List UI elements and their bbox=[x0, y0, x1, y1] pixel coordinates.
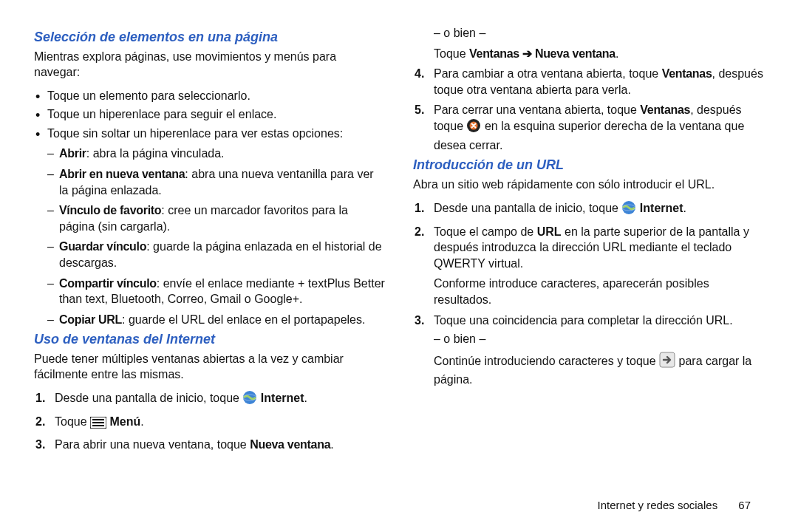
step-bold: Nueva ventana bbox=[250, 438, 330, 451]
ventanas-intro: Puede tener múltiples ventanas abiertas … bbox=[34, 352, 385, 383]
step-or: – o bien – bbox=[434, 331, 764, 347]
seleccion-options: Abrir: abra la página vinculada. Abrir e… bbox=[47, 146, 385, 327]
step-or: – o bien – bbox=[434, 25, 764, 41]
heading-ventanas: Uso de ventanas del Internet bbox=[34, 332, 385, 347]
menu-icon bbox=[90, 417, 106, 433]
step-tail: . bbox=[683, 202, 686, 214]
manual-page: Selección de elementos en una página Mie… bbox=[0, 0, 798, 532]
step-item: Toque una coincidencia para completar la… bbox=[413, 313, 764, 388]
heading-seleccion: Selección de elementos en una página bbox=[34, 30, 385, 45]
url-intro: Abra un sitio web rápidamente con sólo i… bbox=[413, 177, 764, 193]
step-text: Para cambiar a otra ventana abierta, toq… bbox=[434, 67, 662, 80]
bullet-item: Toque un elemento para seleccionarlo. bbox=[34, 88, 385, 104]
step-text: Toque el campo de bbox=[434, 225, 537, 238]
step-text: Toque bbox=[55, 415, 90, 428]
option-label: Copiar URL bbox=[59, 313, 122, 326]
option-text: : abra la página vinculada. bbox=[86, 147, 225, 160]
step-item: Desde una pantalla de inicio, toque Inte… bbox=[413, 200, 764, 219]
option-label: Abrir en nueva ventana bbox=[59, 168, 185, 180]
option-text: : guarde el URL del enlace en el portapa… bbox=[122, 313, 365, 326]
option-item: Compartir vínculo: envíe el enlace media… bbox=[47, 276, 385, 307]
step-tail: . bbox=[304, 392, 307, 404]
step-item: Toque el campo de URL en la parte superi… bbox=[413, 224, 764, 308]
option-item: Copiar URL: guarde el URL del enlace en … bbox=[47, 312, 385, 328]
footer-chapter: Internet y redes sociales bbox=[598, 499, 718, 511]
step-alt-post: . bbox=[615, 47, 618, 60]
page-footer: Internet y redes sociales 67 bbox=[598, 499, 751, 511]
seleccion-intro: Mientras explora páginas, use movimiento… bbox=[34, 50, 385, 81]
step-bold: Internet bbox=[640, 202, 683, 214]
bullet-item: Toque un hiperenlace para seguir el enla… bbox=[34, 106, 385, 123]
svg-rect-3 bbox=[92, 419, 104, 420]
step-note: Conforme introduce caracteres, aparecerá… bbox=[434, 276, 764, 307]
option-item: Abrir: abra la página vinculada. bbox=[47, 146, 385, 162]
option-label: Compartir vínculo bbox=[59, 277, 157, 290]
step-text: Para cerrar una ventana abierta, toque bbox=[434, 103, 640, 116]
step-alt-pre: Toque bbox=[434, 47, 469, 60]
step-alt: Toque Ventanas ➔ Nueva ventana. bbox=[434, 46, 764, 62]
internet-globe-icon bbox=[242, 390, 257, 409]
option-item: Vínculo de favorito: cree un marcador fa… bbox=[47, 202, 385, 234]
svg-rect-5 bbox=[92, 425, 104, 426]
ventanas-steps-1-2: Desde una pantalla de inicio, toque Inte… bbox=[34, 390, 385, 432]
svg-rect-4 bbox=[92, 422, 104, 423]
two-column-layout: Selección de elementos en una página Mie… bbox=[34, 25, 764, 468]
step-item: Toque Menú. bbox=[34, 414, 385, 433]
step-item: Desde una pantalla de inicio, toque Inte… bbox=[34, 390, 385, 409]
step-item: Para cerrar una ventana abierta, toque V… bbox=[413, 102, 764, 153]
option-label: Vínculo de favorito bbox=[59, 204, 161, 216]
step-tail: . bbox=[330, 438, 333, 451]
step-text: Toque una coincidencia para completar la… bbox=[434, 314, 733, 327]
bullet-item: Toque sin soltar un hiperenlace para ver… bbox=[34, 126, 385, 142]
step-bold: Menú bbox=[110, 415, 141, 428]
step-text: Desde una pantalla de inicio, toque bbox=[55, 392, 242, 404]
step-text: Desde una pantalla de inicio, toque bbox=[434, 202, 621, 214]
internet-globe-icon bbox=[621, 200, 636, 219]
option-label: Guardar vínculo bbox=[59, 240, 146, 253]
seleccion-bullets: Toque un elemento para seleccionarlo. To… bbox=[34, 88, 385, 142]
option-label: Abrir bbox=[59, 147, 86, 160]
step-alt-bold: Ventanas ➔ Nueva ventana bbox=[469, 47, 615, 60]
step-tail: . bbox=[140, 415, 143, 428]
footer-page-number: 67 bbox=[738, 499, 751, 511]
option-item: Abrir en nueva ventana: abra una nueva v… bbox=[47, 166, 385, 198]
step-bold: Ventanas bbox=[662, 67, 712, 80]
step-bold: Internet bbox=[261, 392, 304, 404]
step-bold: Ventanas bbox=[640, 103, 690, 116]
step-item: Para cambiar a otra ventana abierta, toq… bbox=[413, 66, 764, 98]
url-steps: Desde una pantalla de inicio, toque Inte… bbox=[413, 200, 764, 388]
heading-url: Introducción de un URL bbox=[413, 157, 764, 173]
step-text: Para abrir una nueva ventana, toque bbox=[55, 438, 250, 451]
option-item: Guardar vínculo: guarde la página enlaza… bbox=[47, 239, 385, 270]
go-arrow-icon bbox=[659, 352, 675, 372]
step-bold: URL bbox=[537, 225, 562, 238]
step-alt-pre: Continúe introduciendo caracteres y toqu… bbox=[434, 355, 659, 367]
step-alt: Continúe introduciendo caracteres y toqu… bbox=[434, 352, 764, 388]
close-window-icon bbox=[466, 118, 481, 137]
